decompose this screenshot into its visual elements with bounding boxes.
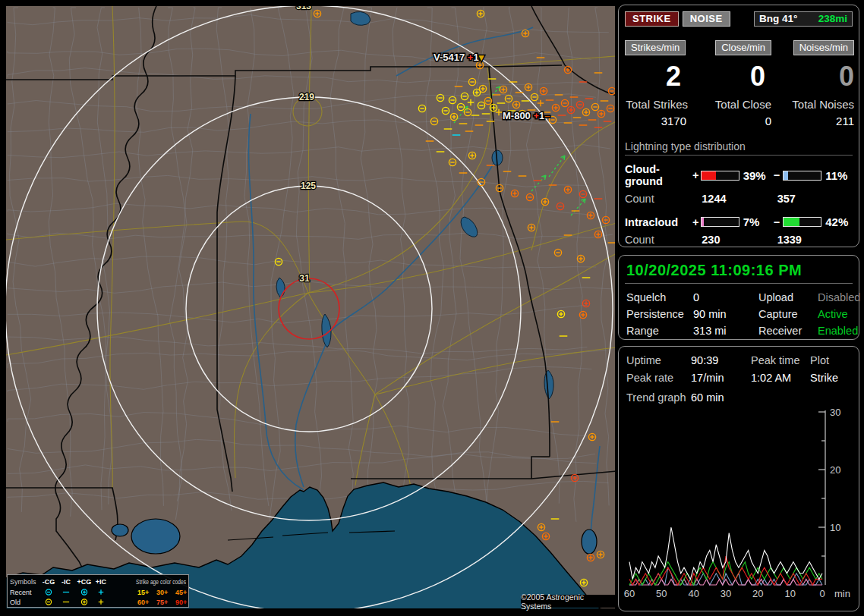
cg-minus-pct: 11% <box>821 169 853 182</box>
cg-count-label: Count <box>625 193 702 205</box>
peak-rate-value: 17/min <box>691 372 751 384</box>
receiver-label: Receiver <box>758 325 818 337</box>
total-noises-label: Total Noises <box>792 98 854 111</box>
ic-minus-pct: 42% <box>821 215 853 228</box>
ic-plus-bar <box>701 217 739 227</box>
noises-per-min-value: 0 <box>839 63 854 90</box>
total-strikes-value: 3170 <box>661 115 686 127</box>
legend-text: Strike age color codes <box>136 578 186 586</box>
copyright-bar: ©2005 Astrogenic Systems <box>521 595 616 608</box>
trend-series--ic <box>629 579 822 585</box>
range-label: Range <box>626 325 693 337</box>
bearing-value: Bng 41° <box>759 13 797 24</box>
ic-plus-count: 230 <box>702 234 777 246</box>
range-ring-label: 125 <box>301 181 316 191</box>
persistence-value: 90 min <box>693 308 758 320</box>
legend-text: Old <box>10 599 20 606</box>
cg-minus-bar <box>783 171 821 181</box>
ic-plus-pct: 7% <box>739 215 771 228</box>
trend-series--cg <box>629 567 822 585</box>
range-ring-label: 31 <box>299 273 310 284</box>
minus-sign: − <box>770 169 783 181</box>
noise-mode-button[interactable]: NOISE <box>683 11 730 27</box>
ic-minus-bar <box>783 217 821 227</box>
legend-text: 15+ <box>137 589 149 596</box>
legend-text: 45+ <box>175 589 187 596</box>
trend-panel: Uptime 90:39 Peak time Plot Peak rate 17… <box>618 346 859 611</box>
legend-text: 60+ <box>137 599 149 606</box>
storm-cell-label: M-800 +1– <box>503 110 550 121</box>
trend-x-tick-label: 20 <box>752 588 763 599</box>
upload-status: Disabled <box>818 291 860 303</box>
cg-minus-count: 357 <box>777 193 853 205</box>
capture-status: Active <box>818 308 860 320</box>
uptime-label: Uptime <box>626 354 691 366</box>
legend-text: 30+ <box>156 589 168 596</box>
trend-x-tick-label: 10 <box>784 588 795 599</box>
noises-per-min-label: Noises/min <box>793 40 854 55</box>
peak-rate-label: Peak rate <box>626 372 691 384</box>
plot-mode-value: Strike <box>810 372 853 384</box>
trend-window-value: 60 min <box>691 391 724 404</box>
trend-graph-label: Trend graph <box>626 391 691 404</box>
trend-graph: 1020306050403020100min <box>620 406 857 609</box>
map-symbol-legend: Symbols-CG-IC+CG+ICStrike age color code… <box>7 574 189 608</box>
trend-x-unit-label: min <box>834 588 850 599</box>
peak-time-value: 1:02 AM <box>751 372 810 384</box>
legend-text: 75+ <box>156 599 168 606</box>
copyright-text: ©2005 Astrogenic Systems <box>521 592 616 611</box>
trend-y-tick-label: 20 <box>830 464 840 476</box>
legend-text: -IC <box>61 578 71 586</box>
trend-series-total-strikes <box>629 527 822 579</box>
strikes-per-min-value: 2 <box>666 63 681 90</box>
total-close-label: Total Close <box>715 98 771 111</box>
app-window: { "window": { "copyright": "©2005 Astrog… <box>0 0 864 616</box>
trend-y-tick-label: 10 <box>830 522 840 533</box>
legend-text: Symbols <box>10 578 36 586</box>
plot-label: Plot <box>810 354 853 366</box>
storm-cell-label: V-5417 +1▾ <box>434 52 484 63</box>
total-close-value: 0 <box>765 115 771 127</box>
cg-plus-bar <box>701 171 739 181</box>
range-ring-label: 219 <box>299 92 314 102</box>
distribution-title: Lightning type distribution <box>625 140 853 156</box>
trend-y-tick-label: 30 <box>830 407 840 418</box>
ic-minus-count: 1339 <box>777 234 853 246</box>
capture-label: Capture <box>758 308 818 320</box>
close-per-min-label: Close/min <box>715 40 771 55</box>
cloud-ground-label: Cloud-ground <box>625 163 691 187</box>
range-value: 313 mi <box>693 325 758 337</box>
close-per-min-value: 0 <box>750 63 765 90</box>
plus-sign: + <box>691 169 701 181</box>
datetime-display: 10/20/2025 11:09:16 PM <box>625 260 853 284</box>
strike-stats-panel: STRIKE NOISE Bng 41° 238mi Strikes/min C… <box>618 5 859 247</box>
total-strikes-label: Total Strikes <box>626 98 688 111</box>
strike-mode-button[interactable]: STRIKE <box>625 11 679 27</box>
ic-count-label: Count <box>625 234 702 246</box>
squelch-value: 0 <box>693 291 758 303</box>
legend-text: +IC <box>96 578 107 586</box>
peak-time-label: Peak time <box>751 354 810 366</box>
cg-plus-count: 1244 <box>702 193 777 205</box>
trend-x-tick-label: 60 <box>624 588 635 599</box>
trend-x-tick-label: 0 <box>819 588 825 599</box>
legend-text: Recent <box>10 589 32 596</box>
strikes-per-min-label: Strikes/min <box>625 40 686 55</box>
trend-x-tick-label: 30 <box>721 588 731 599</box>
uptime-value: 90:39 <box>691 354 751 366</box>
legend-text: 90+ <box>175 599 187 606</box>
upload-label: Upload <box>758 291 818 303</box>
bearing-distance-readout: Bng 41° 238mi <box>754 11 853 27</box>
range-ring-label: 313 <box>296 1 311 11</box>
lightning-map[interactable]: 31321912531 V-5417 +1▾M-800 +1– <box>0 0 616 616</box>
total-noises-value: 211 <box>836 115 854 127</box>
trend-x-tick-label: 50 <box>656 588 667 599</box>
legend-text: -CG <box>43 578 55 586</box>
receiver-status: Enabled <box>818 325 860 337</box>
persistence-label: Persistence <box>626 308 693 320</box>
trend-x-tick-label: 40 <box>688 588 698 599</box>
squelch-label: Squelch <box>626 291 693 303</box>
plus-sign: + <box>691 216 701 228</box>
minus-sign: − <box>770 216 783 228</box>
distance-value: 238mi <box>818 13 847 24</box>
